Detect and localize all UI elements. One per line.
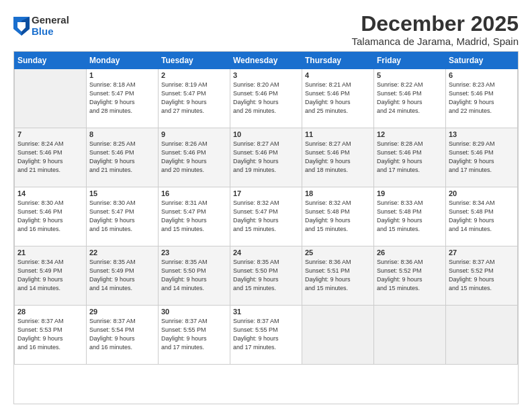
day-cell: 6Sunrise: 8:23 AM Sunset: 5:46 PM Daylig… — [446, 69, 518, 128]
day-cell — [302, 306, 374, 365]
week-row-3: 14Sunrise: 8:30 AM Sunset: 5:46 PM Dayli… — [15, 187, 518, 246]
day-info: Sunrise: 8:23 AM Sunset: 5:46 PM Dayligh… — [449, 81, 515, 116]
day-number: 4 — [305, 71, 371, 79]
day-cell: 14Sunrise: 8:30 AM Sunset: 5:46 PM Dayli… — [15, 187, 87, 246]
header-cell-friday: Friday — [374, 52, 446, 69]
day-number: 6 — [449, 71, 515, 79]
day-info: Sunrise: 8:35 AM Sunset: 5:50 PM Dayligh… — [161, 258, 227, 293]
header-cell-saturday: Saturday — [446, 52, 518, 69]
day-cell: 13Sunrise: 8:29 AM Sunset: 5:46 PM Dayli… — [446, 128, 518, 187]
day-number: 3 — [233, 71, 299, 79]
day-number: 1 — [89, 71, 155, 79]
day-info: Sunrise: 8:30 AM Sunset: 5:47 PM Dayligh… — [89, 199, 155, 234]
day-number: 30 — [161, 308, 227, 316]
day-info: Sunrise: 8:32 AM Sunset: 5:48 PM Dayligh… — [305, 199, 371, 234]
day-cell: 3Sunrise: 8:20 AM Sunset: 5:46 PM Daylig… — [230, 69, 302, 128]
day-number: 31 — [233, 308, 299, 316]
day-info: Sunrise: 8:33 AM Sunset: 5:48 PM Dayligh… — [377, 199, 443, 234]
day-number: 23 — [161, 248, 227, 257]
header-cell-tuesday: Tuesday — [159, 52, 230, 69]
day-cell: 30Sunrise: 8:37 AM Sunset: 5:55 PM Dayli… — [159, 306, 230, 365]
header-cell-monday: Monday — [87, 52, 159, 69]
day-number: 13 — [449, 130, 515, 138]
day-number: 2 — [161, 71, 227, 79]
day-info: Sunrise: 8:37 AM Sunset: 5:53 PM Dayligh… — [17, 317, 83, 352]
page: General Blue December 2025 Talamanca de … — [0, 0, 532, 411]
day-info: Sunrise: 8:35 AM Sunset: 5:49 PM Dayligh… — [89, 258, 155, 293]
logo-general-text: General — [32, 15, 69, 26]
day-cell: 5Sunrise: 8:22 AM Sunset: 5:46 PM Daylig… — [374, 69, 446, 128]
location: Talamanca de Jarama, Madrid, Spain — [352, 36, 519, 47]
calendar-header: SundayMondayTuesdayWednesdayThursdayFrid… — [15, 52, 518, 69]
day-number: 12 — [377, 130, 443, 138]
day-info: Sunrise: 8:27 AM Sunset: 5:46 PM Dayligh… — [305, 140, 371, 175]
day-cell — [15, 69, 87, 128]
day-info: Sunrise: 8:35 AM Sunset: 5:50 PM Dayligh… — [233, 258, 299, 293]
day-cell: 17Sunrise: 8:32 AM Sunset: 5:47 PM Dayli… — [230, 187, 302, 246]
day-info: Sunrise: 8:24 AM Sunset: 5:46 PM Dayligh… — [17, 140, 83, 175]
header: General Blue December 2025 Talamanca de … — [13, 12, 519, 47]
day-cell: 4Sunrise: 8:21 AM Sunset: 5:46 PM Daylig… — [302, 69, 374, 128]
day-number: 25 — [305, 248, 371, 257]
day-info: Sunrise: 8:37 AM Sunset: 5:52 PM Dayligh… — [449, 258, 515, 293]
day-cell: 23Sunrise: 8:35 AM Sunset: 5:50 PM Dayli… — [159, 246, 230, 306]
day-cell: 18Sunrise: 8:32 AM Sunset: 5:48 PM Dayli… — [302, 187, 374, 246]
day-number: 28 — [17, 308, 83, 316]
day-number: 5 — [377, 71, 443, 79]
day-cell: 27Sunrise: 8:37 AM Sunset: 5:52 PM Dayli… — [446, 246, 518, 306]
day-cell: 2Sunrise: 8:19 AM Sunset: 5:47 PM Daylig… — [159, 69, 230, 128]
day-info: Sunrise: 8:25 AM Sunset: 5:46 PM Dayligh… — [89, 140, 155, 175]
day-cell: 11Sunrise: 8:27 AM Sunset: 5:46 PM Dayli… — [302, 128, 374, 187]
day-info: Sunrise: 8:30 AM Sunset: 5:46 PM Dayligh… — [17, 199, 83, 234]
day-info: Sunrise: 8:31 AM Sunset: 5:47 PM Dayligh… — [161, 199, 227, 234]
logo-blue-text: Blue — [32, 26, 69, 38]
day-number: 26 — [377, 248, 443, 257]
day-number: 17 — [233, 189, 299, 197]
day-number: 11 — [305, 130, 371, 138]
day-info: Sunrise: 8:19 AM Sunset: 5:47 PM Dayligh… — [161, 81, 227, 116]
day-info: Sunrise: 8:37 AM Sunset: 5:55 PM Dayligh… — [161, 317, 227, 352]
title-block: December 2025 Talamanca de Jarama, Madri… — [352, 12, 519, 47]
day-cell: 1Sunrise: 8:18 AM Sunset: 5:47 PM Daylig… — [87, 69, 159, 128]
day-number: 16 — [161, 189, 227, 197]
calendar-table: SundayMondayTuesdayWednesdayThursdayFrid… — [14, 52, 518, 365]
day-number: 15 — [89, 189, 155, 197]
day-info: Sunrise: 8:27 AM Sunset: 5:46 PM Dayligh… — [233, 140, 299, 175]
day-number: 8 — [89, 130, 155, 138]
day-info: Sunrise: 8:26 AM Sunset: 5:46 PM Dayligh… — [161, 140, 227, 175]
day-cell: 7Sunrise: 8:24 AM Sunset: 5:46 PM Daylig… — [15, 128, 87, 187]
day-cell: 16Sunrise: 8:31 AM Sunset: 5:47 PM Dayli… — [159, 187, 230, 246]
day-number: 18 — [305, 189, 371, 197]
day-info: Sunrise: 8:37 AM Sunset: 5:55 PM Dayligh… — [233, 317, 299, 352]
day-cell: 10Sunrise: 8:27 AM Sunset: 5:46 PM Dayli… — [230, 128, 302, 187]
day-cell: 20Sunrise: 8:34 AM Sunset: 5:48 PM Dayli… — [446, 187, 518, 246]
day-cell: 9Sunrise: 8:26 AM Sunset: 5:46 PM Daylig… — [159, 128, 230, 187]
day-info: Sunrise: 8:20 AM Sunset: 5:46 PM Dayligh… — [233, 81, 299, 116]
day-cell: 8Sunrise: 8:25 AM Sunset: 5:46 PM Daylig… — [87, 128, 159, 187]
logo-icon — [13, 17, 30, 36]
week-row-2: 7Sunrise: 8:24 AM Sunset: 5:46 PM Daylig… — [15, 128, 518, 187]
day-cell — [374, 306, 446, 365]
day-cell: 26Sunrise: 8:36 AM Sunset: 5:52 PM Dayli… — [374, 246, 446, 306]
day-info: Sunrise: 8:34 AM Sunset: 5:48 PM Dayligh… — [449, 199, 515, 234]
day-cell: 15Sunrise: 8:30 AM Sunset: 5:47 PM Dayli… — [87, 187, 159, 246]
calendar-header-row: SundayMondayTuesdayWednesdayThursdayFrid… — [15, 52, 518, 69]
day-info: Sunrise: 8:28 AM Sunset: 5:46 PM Dayligh… — [377, 140, 443, 175]
day-number: 19 — [377, 189, 443, 197]
day-cell — [446, 306, 518, 365]
week-row-4: 21Sunrise: 8:34 AM Sunset: 5:49 PM Dayli… — [15, 246, 518, 306]
day-number: 20 — [449, 189, 515, 197]
week-row-5: 28Sunrise: 8:37 AM Sunset: 5:53 PM Dayli… — [15, 306, 518, 365]
day-cell: 19Sunrise: 8:33 AM Sunset: 5:48 PM Dayli… — [374, 187, 446, 246]
logo-text: General Blue — [32, 15, 69, 37]
day-number: 9 — [161, 130, 227, 138]
day-number: 29 — [89, 308, 155, 316]
day-number: 24 — [233, 248, 299, 257]
day-info: Sunrise: 8:21 AM Sunset: 5:46 PM Dayligh… — [305, 81, 371, 116]
calendar-body: 1Sunrise: 8:18 AM Sunset: 5:47 PM Daylig… — [15, 69, 518, 365]
day-info: Sunrise: 8:32 AM Sunset: 5:47 PM Dayligh… — [233, 199, 299, 234]
day-info: Sunrise: 8:37 AM Sunset: 5:54 PM Dayligh… — [89, 317, 155, 352]
day-cell: 22Sunrise: 8:35 AM Sunset: 5:49 PM Dayli… — [87, 246, 159, 306]
day-info: Sunrise: 8:22 AM Sunset: 5:46 PM Dayligh… — [377, 81, 443, 116]
day-info: Sunrise: 8:36 AM Sunset: 5:52 PM Dayligh… — [377, 258, 443, 293]
